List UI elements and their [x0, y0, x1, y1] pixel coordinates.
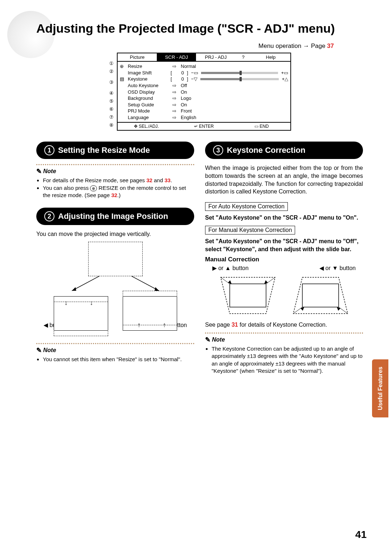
keystone-diagrams	[205, 274, 363, 317]
menu-row-language: Language⇨English	[120, 114, 288, 121]
divider-dots	[36, 164, 194, 165]
section-1-header: 1 Setting the Resize Mode	[36, 142, 194, 159]
menu-rows: ⊕Resize⇨Normal Image Shift[0]−▭+▭ ▧Keyst…	[118, 62, 290, 122]
note-item: The Keystone Correction can be adjusted …	[212, 345, 363, 375]
tab-prj-adj: PRJ - ADJ	[196, 53, 235, 61]
page-title: Adjusting the Projected Image ("SCR - AD…	[36, 22, 363, 35]
section3-intro: When the image is projected either from …	[205, 164, 363, 195]
manual-keystone-box: For Manual Keystone Correction	[205, 226, 295, 234]
svg-marker-3	[155, 287, 159, 291]
note-item: For details of the Resize mode, see page…	[43, 177, 194, 184]
page-number: 41	[355, 529, 367, 540]
see-page-ref: See page 31 for details of Keystone Corr…	[205, 321, 363, 329]
tab-help: Help	[251, 53, 290, 61]
note-heading: Note	[205, 336, 363, 344]
manual-correction-heading: Manual Correction	[205, 256, 363, 263]
section-2-header: 2 Adjusting the Image Position	[36, 208, 194, 225]
note-heading: Note	[36, 167, 194, 175]
note-item: You cannot set this item when "Resize" i…	[43, 356, 194, 363]
menu-table: ① ② ③ ④ ⑤ ⑥ ⑦ ⑧ Picture SCR - ADJ PRJ - …	[36, 53, 363, 131]
footer-enter: ↵ ENTER	[175, 123, 233, 130]
svg-marker-14	[301, 307, 304, 311]
menu-row-resize: ⊕Resize⇨Normal	[120, 63, 288, 70]
keystone-diagram-right	[290, 274, 351, 317]
svg-line-2	[132, 276, 159, 291]
menu-row-prj-mode: PRJ Mode⇨Front	[120, 108, 288, 114]
menu-callouts: ① ② ③ ④ ⑤ ⑥ ⑦ ⑧	[108, 53, 115, 131]
svg-marker-9	[264, 280, 268, 284]
section2-body: You can move the projected image vertica…	[36, 230, 194, 238]
image-shift-diagram: ↓ ↓ ↑ ↑	[54, 242, 177, 336]
menu-row-keystone: ▧Keystone[0]−▽+△	[120, 76, 288, 82]
section-3-header: 3 Keystone Correction	[205, 142, 363, 159]
menu-tabs: Picture SCR - ADJ PRJ - ADJ ? Help	[118, 53, 290, 62]
manual-keystone-text: Set "Auto Keystone" on the "SCR - ADJ" m…	[205, 237, 363, 253]
menu-operation-ref: Menu operation → Page 37	[36, 42, 363, 50]
menu-row-auto-keystone: Auto Keystone⇨Off	[120, 82, 288, 89]
keystone-diagram-left	[217, 274, 279, 317]
section3-notes: The Keystone Correction can be adjusted …	[205, 345, 363, 375]
side-tab-useful-features: Useful Features	[372, 359, 388, 417]
svg-rect-5	[230, 284, 266, 307]
auto-keystone-box: For Auto Keystone Correction	[205, 202, 288, 211]
menu-row-image-shift: Image Shift[0]−▭+▭	[120, 70, 288, 76]
note-item: You can also press ⊕ RESIZE on the remot…	[43, 184, 194, 199]
section2-notes: You cannot set this item when "Resize" i…	[36, 356, 194, 363]
keystone-button-labels: ▶ or ▲ button ◀ or ▼ button	[205, 265, 363, 272]
footer-sel: ✥ SEL./ADJ.	[118, 123, 175, 130]
auto-keystone-text: Set "Auto Keystone" on the "SCR - ADJ" m…	[205, 214, 363, 222]
svg-marker-1	[72, 287, 76, 291]
note-heading: Note	[36, 346, 194, 354]
resize-button-icon: ⊕	[90, 185, 97, 192]
svg-rect-11	[302, 284, 339, 307]
divider-dots	[205, 332, 363, 334]
menu-row-setup-guide: Setup Guide⇨On	[120, 102, 288, 108]
menu-footer: ✥ SEL./ADJ. ↵ ENTER ▭ END	[118, 122, 290, 130]
footer-end: ▭ END	[233, 123, 290, 130]
svg-marker-8	[228, 280, 232, 284]
svg-line-0	[72, 276, 99, 291]
divider-dots	[36, 343, 194, 344]
menu-row-osd: OSD Display⇨On	[120, 89, 288, 95]
menu-row-background: Background⇨Logo	[120, 95, 288, 102]
svg-marker-15	[337, 307, 340, 311]
tab-picture: Picture	[118, 53, 157, 61]
tab-scr-adj: SCR - ADJ	[157, 53, 196, 61]
help-icon: ?	[236, 53, 251, 61]
section1-notes: For details of the Resize mode, see page…	[36, 177, 194, 199]
